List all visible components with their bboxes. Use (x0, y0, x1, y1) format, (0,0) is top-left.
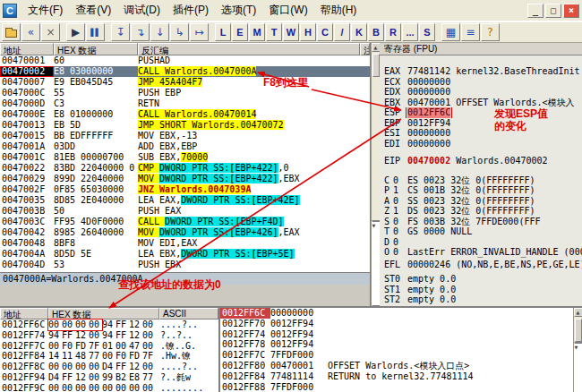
view-handles-button[interactable]: H (300, 23, 316, 41)
disasm-row[interactable]: 00470015BB EDFFFFFFMOV EBX,-13 (0, 131, 370, 141)
column-header-0[interactable]: 地址 (0, 43, 54, 55)
disasm-row[interactable]: 004700358D85 2E040000LEA EAX,DWORD PTR S… (0, 195, 370, 206)
view-memory-button[interactable]: M (249, 23, 265, 41)
flag-row[interactable]: P1CS 001B 32位 0(FFFFFFFF) (380, 185, 582, 196)
dump-column-header-2[interactable]: ASCII (159, 308, 218, 320)
animate-over-button[interactable]: ↳ (170, 23, 189, 41)
dump-row[interactable]: 0012FF7494FF120094FF1200?..?.. (0, 330, 218, 341)
view-breakpoints-button[interactable]: B (368, 23, 384, 41)
stack-scrollbar[interactable]: ▲ ▼ (573, 308, 582, 392)
flag-row[interactable]: Z1DS 0023 32位 0(FFFFFFFF) (380, 206, 582, 217)
menu-item-2[interactable]: 调试(D) (117, 0, 167, 21)
stack-row[interactable]: 0012FF887FFDF000 (220, 382, 573, 392)
fpu-register-row[interactable]: ST1empty 0.0 (380, 285, 582, 295)
menu-item-0[interactable]: 文件(F) (21, 0, 69, 21)
stack-row[interactable]: 0012FF8000470001OFFSET Warlords.<模块入口点> (220, 361, 573, 371)
register-row[interactable]: ESI00000000 (380, 128, 582, 139)
tile-windows-button[interactable]: ▦ (441, 23, 460, 41)
view-cpu-button[interactable]: C (317, 23, 333, 41)
disasm-row[interactable]: 004700428985 26040000MOV DWORD PTR SS:[E… (0, 227, 370, 238)
view-source-button[interactable]: S (419, 23, 435, 41)
view-windows-button[interactable]: W (283, 23, 299, 41)
dump-row[interactable]: 0012FF7C00F0FD7F01004700.镣..G. (0, 341, 218, 352)
dump-row[interactable]: 0012FF9C0000000000000000........ (0, 383, 218, 392)
column-header-2[interactable]: 反汇编 (138, 43, 360, 55)
stack-row[interactable]: 0012FF7C7FFDF000 (220, 350, 573, 361)
disasm-row[interactable]: 0047001C81EB 00000700SUB EBX,70000 (0, 152, 370, 163)
disasm-row[interactable]: 0047004D53PUSH EBX (0, 260, 370, 270)
disasm-row[interactable]: 00470007E9 EB045D45JMP 45A404F7 (0, 77, 370, 88)
stack-row[interactable]: 0012FF6C00000000 (220, 308, 573, 319)
eflags-register-row[interactable]: EFL00000246(NO,NB,E,BE,NS,PE,GE,LE) (380, 260, 582, 270)
dump-row[interactable]: 0012FF8C00000000D4FF1200....?.. (0, 362, 218, 372)
disasm-row[interactable]: 00470013EB 5DJMP SHORT Warlords.00470072 (0, 120, 370, 131)
scrollbar-thumb[interactable] (575, 319, 582, 342)
cpu-window-icon[interactable]: C (3, 4, 17, 18)
column-header-1[interactable]: HEX 数据 (54, 43, 138, 55)
open-file-button[interactable] (2, 23, 21, 41)
fpu-register-row[interactable]: ST2empty 0.0 (380, 294, 582, 305)
view-log-button[interactable]: L (215, 23, 231, 41)
scrollbar-thumb[interactable] (372, 54, 380, 77)
pause-button[interactable]: ▌▌ (86, 23, 105, 41)
execute-till-return-button[interactable]: ↦ (190, 23, 209, 41)
scroll-down-arrow-icon[interactable]: ▼ (574, 342, 582, 392)
flag-row[interactable]: T0GS 0000 NULL (380, 226, 582, 237)
options-button[interactable]: ≡ (461, 23, 480, 41)
view-threads-button[interactable]: T (266, 23, 282, 41)
scroll-up-arrow-icon[interactable]: ▲ (372, 43, 381, 52)
dump-column-header-1[interactable]: HEX 数据 (48, 308, 159, 320)
view-executables-button[interactable]: E (232, 23, 248, 41)
register-row[interactable]: ESP0012FF6C (380, 107, 582, 118)
disasm-row[interactable]: 0047002F0F85 65030000JNZ Warlords.004703… (0, 184, 370, 195)
disasm-row[interactable]: 0047000EE8 01000000CALL Warlords.0047001… (0, 109, 370, 120)
flag-row[interactable]: C0ES 0023 32位 0(FFFFFFFF) (380, 175, 582, 186)
scroll-up-arrow-icon[interactable]: ▲ (574, 308, 582, 317)
flag-row[interactable]: S0FS 003B 32位 7FFDE000(FFF (380, 217, 582, 227)
disasm-row[interactable]: 0047002283BD 22040000 0CMP DWORD PTR SS:… (0, 163, 370, 174)
view-runtrace-button[interactable]: ... (402, 23, 418, 41)
disasm-row[interactable]: 0047003CFF95 4D0F0000CALL DWORD PTR SS:[… (0, 217, 370, 227)
disasm-row[interactable]: 0047000160PUSHAD (0, 55, 370, 66)
view-references-button[interactable]: R (385, 23, 401, 41)
register-row[interactable]: EDX00000000 (380, 87, 582, 98)
register-row[interactable]: EIP00470002Warlords.00470002 (380, 156, 582, 166)
register-row[interactable]: EAX77481142kernel32.BaseThreadInit (380, 66, 582, 77)
restart-button[interactable]: « (21, 23, 40, 41)
minimize-button[interactable]: _ (527, 4, 543, 18)
register-row[interactable]: EBP0012FF94 (380, 118, 582, 129)
dump-row[interactable]: 0012FF6C0000000094FF1200....?.. (0, 320, 218, 330)
disassembly-scrollbar[interactable]: ▲ ▼ (371, 43, 380, 306)
view-patches-button[interactable]: / (334, 23, 350, 41)
disasm-row[interactable]: 0047001A03DDADD EBX,EBP (0, 141, 370, 152)
animate-into-button[interactable]: ↓ (150, 23, 169, 41)
disasm-row[interactable]: 0047000C55PUSH EBP (0, 88, 370, 98)
register-row[interactable]: EBX00470001OFFSET Warlords.<模块入 (380, 98, 582, 108)
dump-row[interactable]: 0012FF841411487700F0FD7F.Hw.镣 (0, 351, 218, 362)
menu-item-4[interactable]: 选项(T) (215, 0, 262, 21)
help-button[interactable]: ? (481, 23, 500, 41)
column-header-3[interactable]: 注释 (360, 43, 370, 55)
stack-row[interactable]: 0012FF780012FF94 (220, 339, 573, 350)
disasm-row[interactable]: 004700488BF8MOV EDI,EAX (0, 238, 370, 249)
stack-row[interactable]: 0012FF700012FF94 (220, 319, 573, 329)
stack-row[interactable]: 0012FF8477481114RETURN to kernel32.77481… (220, 371, 573, 382)
stack-row[interactable]: 0012FF740012FF94 (220, 329, 573, 340)
step-into-button[interactable]: ↧ (111, 23, 130, 41)
register-row[interactable]: ECX00000000 (380, 77, 582, 88)
flag-row[interactable]: A0SS 0023 32位 0(FFFFFFFF) (380, 196, 582, 207)
menu-item-5[interactable]: 窗口(W) (262, 0, 313, 21)
menu-item-6[interactable]: 帮助(H) (314, 0, 364, 21)
disasm-row[interactable]: 0047003B50PUSH EAX (0, 206, 370, 217)
menu-item-1[interactable]: 查看(V) (69, 0, 117, 21)
disasm-row[interactable]: 0047000DC3RETN (0, 98, 370, 109)
flag-row[interactable]: D0 (380, 237, 582, 248)
close-button[interactable]: × (563, 4, 579, 18)
disasm-row[interactable]: 0047004A8D5D 5ELEA EBX,DWORD PTR SS:[EBP… (0, 249, 370, 260)
disasm-row[interactable]: 00470029899D 22040000MOV DWORD PTR SS:[E… (0, 174, 370, 184)
disasm-row[interactable]: 00470002E8 03000000CALL Warlords.0047000… (0, 66, 370, 77)
scroll-down-arrow-icon[interactable]: ▼ (372, 220, 381, 306)
dump-row[interactable]: 0012FF94D4FF120099B2E877?..毵w (0, 372, 218, 383)
dump-column-header-0[interactable]: 地址 (0, 308, 48, 320)
register-row[interactable]: EDI00000000 (380, 139, 582, 149)
